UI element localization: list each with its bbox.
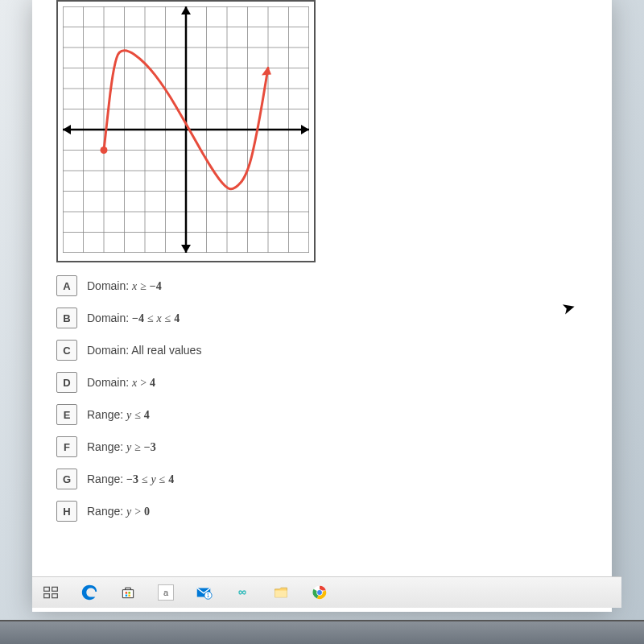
svg-rect-34 — [44, 587, 50, 591]
svg-text:1: 1 — [207, 592, 210, 598]
svg-rect-44 — [275, 591, 287, 597]
svg-rect-38 — [126, 592, 128, 594]
option-row-e[interactable]: ERange: y ≤ 4 — [56, 404, 612, 425]
chrome-icon[interactable] — [311, 584, 328, 601]
option-row-g[interactable]: GRange: −3 ≤ y ≤ 4 — [56, 469, 612, 489]
option-letter-box[interactable]: C — [56, 340, 77, 361]
edge-icon[interactable] — [80, 584, 98, 601]
option-text: Domain: x ≥ −4 — [87, 279, 162, 293]
explorer-icon[interactable] — [272, 584, 290, 601]
laptop-bezel — [0, 620, 644, 644]
infinity-icon[interactable] — [233, 584, 251, 601]
svg-point-47 — [317, 590, 322, 595]
option-letter-box[interactable]: H — [56, 501, 77, 522]
option-row-h[interactable]: HRange: y > 0 — [56, 501, 612, 522]
answer-options: ADomain: x ≥ −4BDomain: −4 ≤ x ≤ 4CDomai… — [56, 275, 612, 522]
mail-icon[interactable]: 1 — [195, 584, 213, 601]
svg-rect-35 — [52, 587, 58, 591]
option-letter-box[interactable]: A — [56, 275, 77, 296]
svg-marker-31 — [181, 245, 191, 253]
option-row-b[interactable]: BDomain: −4 ≤ x ≤ 4 — [56, 308, 612, 328]
option-row-f[interactable]: FRange: y ≥ −3 — [56, 436, 612, 457]
svg-rect-39 — [128, 592, 130, 594]
option-text: Range: y ≤ 4 — [87, 408, 150, 422]
option-text: Range: y ≥ −3 — [87, 440, 156, 454]
content-area: ADomain: x ≥ −4BDomain: −4 ≤ x ≤ 4CDomai… — [32, 0, 612, 522]
taskbar[interactable]: a 1 — [32, 576, 621, 608]
svg-rect-36 — [44, 594, 50, 598]
option-text: Domain: All real values — [87, 344, 201, 357]
option-letter-box[interactable]: F — [56, 436, 77, 457]
app-a-icon[interactable]: a — [158, 584, 174, 601]
svg-point-32 — [101, 147, 108, 154]
svg-rect-40 — [126, 595, 128, 597]
option-text: Range: y > 0 — [87, 505, 150, 518]
function-graph — [63, 6, 309, 253]
svg-marker-29 — [63, 125, 71, 134]
option-letter-box[interactable]: G — [56, 469, 77, 489]
option-row-d[interactable]: DDomain: x > 4 — [56, 372, 612, 393]
svg-rect-37 — [52, 594, 58, 598]
option-text: Domain: x > 4 — [87, 376, 155, 390]
svg-marker-30 — [181, 6, 191, 14]
option-row-a[interactable]: ADomain: x ≥ −4 — [56, 275, 612, 296]
option-text: Range: −3 ≤ y ≤ 4 — [87, 473, 174, 486]
option-letter-box[interactable]: E — [56, 404, 77, 425]
option-row-c[interactable]: CDomain: All real values — [56, 340, 612, 361]
option-letter-box[interactable]: D — [56, 372, 77, 393]
app-screen: ADomain: x ≥ −4BDomain: −4 ≤ x ≤ 4CDomai… — [32, 0, 612, 612]
store-icon[interactable] — [119, 584, 137, 601]
graph-container — [56, 0, 316, 262]
option-letter-box[interactable]: B — [56, 308, 77, 328]
svg-marker-28 — [301, 125, 309, 134]
task-view-icon[interactable] — [42, 584, 60, 601]
option-text: Domain: −4 ≤ x ≤ 4 — [87, 312, 180, 325]
svg-rect-41 — [128, 595, 130, 597]
